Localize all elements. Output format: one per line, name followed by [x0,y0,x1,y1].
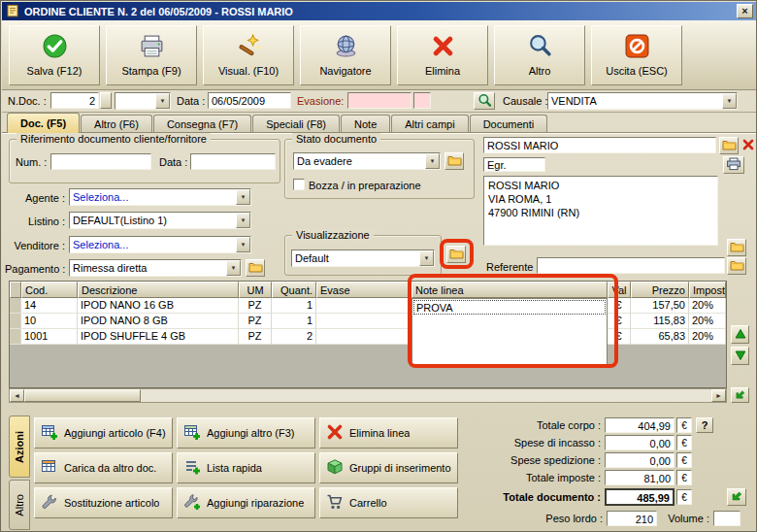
cliente-titolo-input[interactable]: Egr. [483,157,545,172]
elimina-linea-button[interactable]: Elimina linea [319,417,458,449]
vtab-azioni[interactable]: Azioni [9,416,30,478]
aggiungi-riparazione-button[interactable]: Aggiungi riparazione [177,487,315,518]
col-header-imposte[interactable]: Imposte [689,282,726,298]
col-header-evase[interactable]: Evase [316,282,411,298]
referente-folder-button[interactable] [727,257,746,275]
col-header-val[interactable]: Val [608,282,631,298]
aggiungi-altro-button[interactable]: Aggiungi altro (F3) [177,417,315,449]
scroll-right-icon[interactable]: ► [711,389,726,402]
help-button[interactable]: ? [696,417,713,433]
note-cell[interactable] [413,329,606,344]
col-header-um[interactable]: UM [239,282,272,298]
uscita-button[interactable]: Uscita (ESC) [591,25,682,85]
tab-note[interactable]: Note [341,115,390,133]
table-row[interactable]: 10 IPOD NANO 8 GB PZ 1 € 115,83 20% [10,314,726,329]
move-row-down-button[interactable] [731,347,749,365]
col-header-descrizione[interactable]: Descrizione [78,282,239,298]
ndoc-input[interactable]: 2 [50,92,99,109]
navigatore-button[interactable]: Navigatore [300,25,391,85]
table-row[interactable]: 1001 IPOD SHUFFLE 4 GB PZ 2 € 65,83 20% [10,329,726,345]
data-input[interactable]: 06/05/2009 [208,92,291,109]
venditore-combo[interactable]: Seleziona... ▼ [69,236,251,253]
scrollbar-track[interactable] [141,389,711,402]
dropdown-arrow-icon[interactable]: ▼ [236,237,250,252]
rif-data-input[interactable] [190,153,276,170]
referente-input[interactable] [537,257,725,274]
note-cell[interactable] [413,315,606,329]
dropdown-arrow-icon[interactable]: ▼ [236,213,250,228]
col-header-note-linea[interactable]: Note linea [411,282,608,298]
cliente-nome-input[interactable]: ROSSI MARIO [483,137,716,153]
col-header-quant[interactable]: Quant. [272,282,316,298]
evasione-flag-input[interactable] [413,92,431,109]
tab-speciali-f8[interactable]: Speciali (F8) [252,115,340,133]
close-button[interactable]: × [737,4,753,18]
causale-combo[interactable]: VENDITA ▼ [547,92,738,110]
salva-button[interactable]: Salva (F12) [9,25,100,85]
dropdown-arrow-icon[interactable]: ▼ [155,93,170,109]
ndoc-browse-button[interactable] [100,92,112,109]
agente-label: Agente : [5,190,65,206]
cliente-folder-button[interactable] [719,137,739,154]
grid-plus-icon [41,423,58,443]
bozza-checkbox[interactable] [293,179,305,190]
agente-combo[interactable]: Seleziona... ▼ [69,188,251,206]
ndoc-type-combo[interactable]: ▼ [115,92,171,110]
tab-doc-f5[interactable]: Doc. (F5) [7,113,80,133]
dropdown-arrow-icon[interactable]: ▼ [236,189,250,205]
aggiungi-articolo-button[interactable]: Aggiungi articolo (F4) [34,417,173,449]
table-row[interactable]: 14 IPOD NANO 16 GB PZ 1 € 157,50 20% [10,298,726,314]
dropdown-arrow-icon[interactable]: ▼ [226,260,241,276]
tab-documenti[interactable]: Documenti [470,115,548,133]
folder-icon [730,241,744,254]
tab-consegna-f7[interactable]: Consegna (F7) [153,115,251,133]
vtab-altro[interactable]: Altro [9,480,30,530]
carica-da-altro-doc-button[interactable]: Carica da altro doc. [34,452,173,483]
cliente-clear-button[interactable] [741,138,756,153]
red-x-icon [742,139,754,152]
grid-expand-button[interactable] [731,387,749,403]
spese-spedizione-value[interactable]: 0,00 [605,452,675,468]
causale-search-button[interactable] [474,92,495,110]
listino-combo[interactable]: DEFAULT(Listino 1) ▼ [69,212,251,229]
spese-incasso-value[interactable]: 0,00 [605,435,675,450]
pagamento-folder-button[interactable] [246,259,265,277]
move-row-up-button[interactable] [731,325,749,344]
cliente-print-button[interactable] [723,156,744,174]
evasione-input[interactable] [347,92,411,109]
delete-x-icon [430,33,456,61]
col-header-prezzo[interactable]: Prezzo [631,282,689,298]
stampa-button[interactable]: Stampa (F9) [106,25,197,85]
peso-lordo-value[interactable]: 210 [607,511,657,526]
window-title: ORDINE CLIENTE N. 2 del 06/05/2009 - ROS… [24,6,732,17]
cliente-indirizzo-box[interactable]: ROSSI MARIO VIA ROMA, 1 47900 RIMINI (RN… [483,176,718,246]
pagamento-combo[interactable]: Rimessa diretta ▼ [69,259,242,277]
volume-value[interactable] [713,511,741,526]
note-cell-selected[interactable]: PROVA [413,300,606,315]
note-linea-edit-area[interactable]: PROVA [411,298,608,366]
gruppi-di-inserimento-button[interactable]: Gruppi di inserimento [319,452,458,483]
col-header-cod[interactable]: Cod. [21,282,78,298]
scrollbar-thumb[interactable] [24,389,141,402]
visualizzazione-folder-button[interactable] [446,246,466,263]
lista-rapida-button[interactable]: Lista rapida [177,452,315,483]
stato-folder-button[interactable] [444,152,464,170]
indirizzo-folder-button[interactable] [727,239,746,256]
totale-detail-button[interactable] [727,488,746,506]
sostituzione-articolo-button[interactable]: Sostituzione articolo [34,487,173,518]
elimina-button[interactable]: Elimina [397,25,488,85]
dropdown-arrow-icon[interactable]: ▼ [722,93,737,109]
visualizza-button[interactable]: Visual. (F10) [203,25,294,85]
scroll-left-icon[interactable]: ◄ [10,389,24,402]
rif-num-input[interactable] [50,153,151,170]
wrench-plus-icon [183,493,201,513]
tab-altri-campi[interactable]: Altri campi [391,115,468,133]
stato-combo[interactable]: Da evadere ▼ [293,152,441,170]
dropdown-arrow-icon[interactable]: ▼ [419,250,434,266]
grid-horizontal-scrollbar[interactable]: ◄ ► [9,388,727,403]
tab-altro-f6[interactable]: Altro (F6) [81,115,152,133]
dropdown-arrow-icon[interactable]: ▼ [425,153,440,169]
carrello-button[interactable]: Carrello [319,487,458,518]
visualizzazione-combo[interactable]: Default ▼ [291,249,435,267]
altro-button[interactable]: Altro [494,25,585,85]
